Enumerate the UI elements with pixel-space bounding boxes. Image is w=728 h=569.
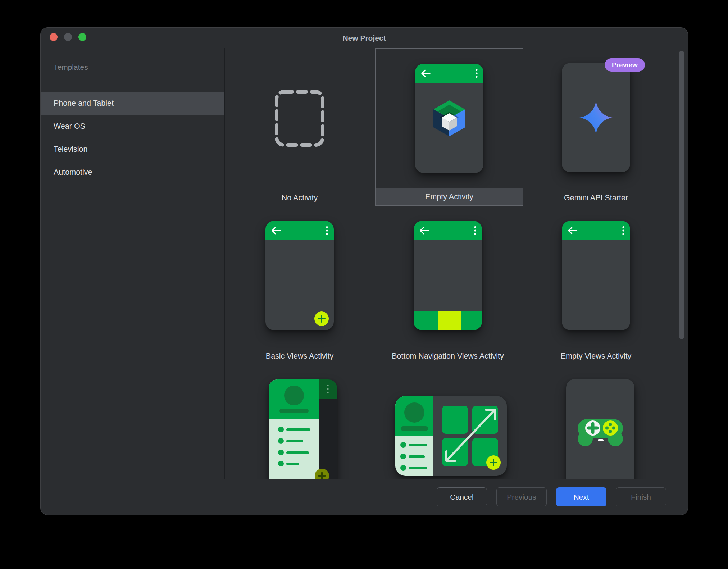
finish-button[interactable]: Finish [616,487,666,506]
sidebar-item-television[interactable]: Television [41,138,224,161]
empty-activity-phone-mock [415,64,483,173]
nav-drawer-phone-mock [269,379,337,479]
sidebar-item-automotive[interactable]: Automotive [41,161,224,184]
template-label: Basic Views Activity [266,352,333,361]
appbar [562,221,630,240]
jetpack-compose-icon [432,100,467,137]
fab-plus-icon [314,311,329,326]
avatar [284,386,304,405]
scrollbar [679,51,684,339]
next-button[interactable]: Next [556,487,606,506]
preview-badge: Preview [605,58,645,72]
selected-label-bar: Empty Activity [376,188,523,205]
kebab-menu-icon [476,69,478,78]
templates-header: Templates [54,63,88,72]
window-title: New Project [41,28,688,48]
basic-views-phone-mock [265,221,334,330]
scrollbar-thumb[interactable] [679,51,684,339]
dimmed-appbar [319,379,337,399]
back-arrow-icon [271,227,281,235]
template-label: Empty Activity [425,192,473,201]
back-arrow-icon [568,227,577,235]
drawer-header [269,379,319,419]
bottom-nav-bar [414,311,482,330]
back-arrow-icon [419,227,429,235]
kebab-menu-icon [326,226,328,235]
sidebar-item-label: Automotive [54,168,92,177]
template-label: No Activity [282,194,318,202]
template-label: Empty Views Activity [561,352,632,361]
kebab-menu-icon [622,226,624,235]
dialog-footer: Cancel Previous Next Finish [41,479,688,515]
back-arrow-icon [421,69,431,77]
template-label: Bottom Navigation Views Activity [392,352,504,361]
game-phone-mock [566,379,634,479]
sidebar-item-phone-and-tablet[interactable]: Phone and Tablet [41,92,224,115]
kebab-menu-icon [327,384,329,394]
gemini-phone-mock [562,63,630,172]
new-project-dialog: New Project Templates Phone and Tablet W… [40,27,688,515]
empty-views-phone-mock [562,221,630,330]
bottom-nav-phone-mock [414,221,482,330]
tablet-mock [395,396,507,476]
template-grid: No Activity [225,48,688,479]
appbar [415,64,483,83]
sidebar-item-wear-os[interactable]: Wear OS [41,115,224,138]
kebab-menu-icon [474,226,476,235]
name-placeholder-bar [279,409,309,413]
no-activity-dashed-icon [274,90,325,147]
appbar [265,221,334,240]
template-card-empty-activity[interactable]: Empty Activity [375,48,523,206]
gemini-spark-icon [579,100,613,135]
appbar [414,221,482,240]
title-bar: New Project [41,28,688,48]
fab-plus-icon [486,455,501,470]
sidebar-item-label: Phone and Tablet [54,99,114,108]
template-label: Gemini API Starter [564,194,628,202]
cancel-button[interactable]: Cancel [437,487,487,506]
templates-sidebar: Templates Phone and Tablet Wear OS Telev… [41,48,224,479]
previous-button[interactable]: Previous [496,487,547,506]
navigation-drawer [269,379,319,479]
sidebar-item-label: Television [54,145,87,154]
game-controller-icon [577,417,624,447]
sidebar-item-label: Wear OS [54,122,85,131]
